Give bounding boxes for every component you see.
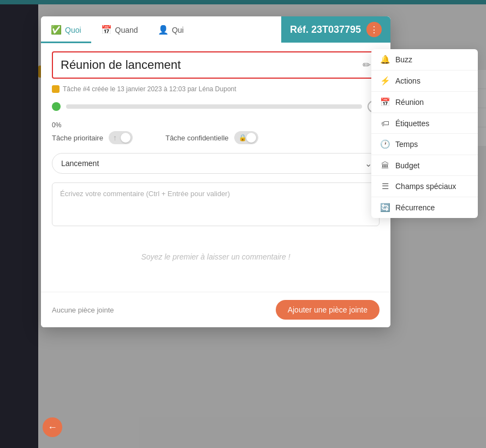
tab-quand-label: Quand (115, 26, 138, 34)
confidential-toggle-item: Tâche confidentielle 🔒 (165, 131, 258, 144)
progress-dot (52, 102, 61, 111)
priority-label: Tâche prioritaire (52, 134, 103, 142)
modal-header: ✅ Quoi 📅 Quand 👤 Qui Réf. 23T037795 ⋮ (41, 16, 390, 43)
category-selected: Lancement (61, 159, 99, 168)
right-context-menu: 🔔 Buzz ⚡ Actions 📅 Réunion 🏷 Étiquettes … (371, 49, 478, 218)
category-dropdown[interactable]: Lancement (52, 153, 380, 174)
budget-label: Budget (395, 161, 419, 170)
menu-item-reunion[interactable]: 📅 Réunion (371, 92, 478, 113)
task-title-box: Réunion de lancement ✏ (52, 51, 380, 79)
menu-item-budget[interactable]: 🏛 Budget (371, 155, 478, 176)
no-attachment-label: Aucune pièce jointe (52, 306, 114, 314)
priority-toggle[interactable]: ↑ (109, 131, 133, 144)
tab-quand[interactable]: 📅 Quand (91, 17, 148, 43)
back-button[interactable]: ← (43, 417, 62, 437)
menu-item-recurrence[interactable]: 🔄 Récurrence (371, 197, 478, 218)
edit-icon[interactable]: ✏ (363, 59, 371, 71)
confidential-toggle[interactable]: 🔒 (234, 131, 258, 144)
tab-quoi[interactable]: ✅ Quoi (41, 17, 91, 43)
tab-quoi-label: Quoi (65, 26, 81, 34)
ref-section: Réf. 23T037795 ⋮ (281, 16, 390, 43)
actions-icon: ⚡ (380, 76, 390, 86)
progress-container: ✓ 0% (52, 101, 380, 129)
ref-text: Réf. 23T037795 (290, 24, 361, 36)
qui-icon: 👤 (158, 25, 169, 35)
buzz-icon: 🔔 (380, 55, 390, 64)
buzz-label: Buzz (395, 55, 412, 64)
tab-section: ✅ Quoi 📅 Quand 👤 Qui (41, 16, 193, 43)
menu-item-buzz[interactable]: 🔔 Buzz (371, 49, 478, 70)
task-modal: ✅ Quoi 📅 Quand 👤 Qui Réf. 23T037795 ⋮ Ré… (41, 16, 390, 327)
etiquettes-label: Étiquettes (395, 119, 429, 128)
quand-icon: 📅 (101, 25, 112, 35)
category-dropdown-wrapper: Lancement ⌄ (52, 153, 380, 174)
meta-tag-icon (52, 85, 60, 93)
task-meta: Tâche #4 créée le 13 janvier 2023 à 12:0… (52, 85, 380, 93)
priority-thumb (121, 133, 131, 143)
comment-empty-text: Soyez le premier à laisser un commentair… (141, 252, 290, 261)
budget-icon: 🏛 (380, 161, 390, 170)
recurrence-label: Récurrence (395, 203, 435, 212)
progress-row: ✓ (52, 101, 380, 113)
tab-qui[interactable]: 👤 Qui (148, 17, 194, 43)
quoi-icon: ✅ (51, 25, 62, 35)
confidential-thumb (246, 133, 256, 143)
priority-arrow-icon: ↑ (113, 133, 117, 142)
tab-qui-label: Qui (172, 26, 184, 34)
temps-icon: 🕐 (380, 139, 390, 149)
recurrence-icon: 🔄 (380, 203, 390, 213)
priority-toggle-item: Tâche prioritaire ↑ (52, 131, 133, 144)
etiquettes-icon: 🏷 (380, 119, 390, 128)
reunion-label: Réunion (395, 98, 424, 107)
menu-item-champs[interactable]: ☰ Champs spéciaux (371, 176, 478, 197)
modal-footer: Aucune pièce jointe Ajouter une pièce jo… (41, 292, 390, 327)
meta-text: Tâche #4 créée le 13 janvier 2023 à 12:0… (63, 85, 236, 93)
add-attachment-button[interactable]: Ajouter une pièce jointe (276, 300, 380, 320)
ref-dots-button[interactable]: ⋮ (366, 22, 382, 37)
lock-icon: 🔒 (239, 134, 247, 142)
toggle-row: Tâche prioritaire ↑ Tâche confidentielle… (52, 131, 380, 144)
menu-item-actions[interactable]: ⚡ Actions (371, 70, 478, 92)
comment-empty: Soyez le premier à laisser un commentair… (52, 231, 380, 283)
task-title: Réunion de lancement (61, 58, 181, 72)
actions-label: Actions (395, 76, 420, 85)
temps-label: Temps (395, 140, 418, 149)
confidential-label: Tâche confidentielle (165, 134, 229, 142)
champs-icon: ☰ (380, 181, 390, 191)
reunion-icon: 📅 (380, 97, 390, 107)
menu-item-temps[interactable]: 🕐 Temps (371, 134, 478, 155)
comment-input[interactable]: Écrivez votre commentaire (Ctrl + Entrée… (52, 182, 380, 226)
progress-percent: 0% (52, 121, 380, 129)
champs-label: Champs spéciaux (395, 182, 456, 191)
modal-body: Réunion de lancement ✏ Tâche #4 créée le… (41, 43, 390, 292)
progress-bar[interactable] (66, 104, 362, 109)
menu-item-etiquettes[interactable]: 🏷 Étiquettes (371, 113, 478, 134)
